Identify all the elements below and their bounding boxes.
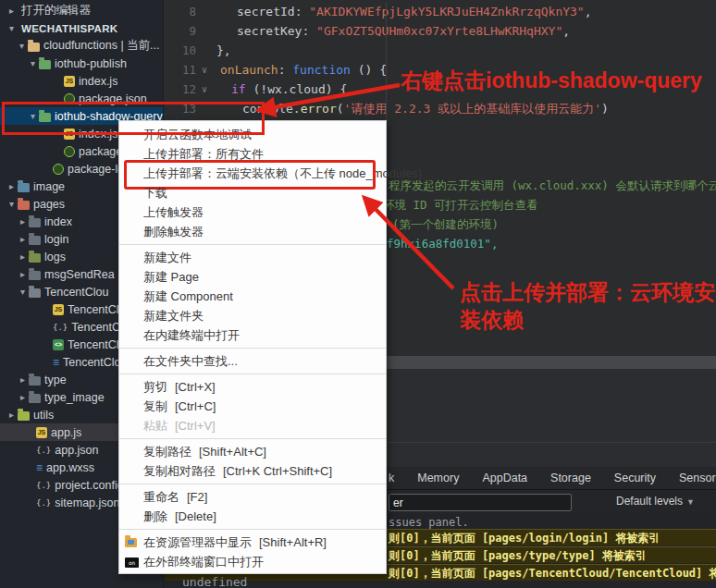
menu-item-5-0[interactable]: 重命名[F2]	[119, 487, 386, 507]
code-line: 10},	[163, 41, 716, 60]
fold-chevron-icon[interactable]: ∨	[196, 84, 213, 94]
annotation-right-click: 右键点击iothub-shadow-query	[401, 67, 702, 95]
menu-item-shortcut: [Shift+Alt+R]	[259, 535, 327, 549]
menu-separator	[119, 529, 386, 530]
tree-item-label: type	[44, 374, 67, 386]
code-text: onLaunch: function () {	[213, 63, 387, 77]
menu-item-1-1[interactable]: 新建 Page	[119, 267, 386, 287]
chevron-right-icon: ▸	[6, 181, 18, 191]
menu-item-shortcut: [F2]	[187, 490, 207, 504]
console-filter-input[interactable]	[389, 494, 572, 511]
folder-icon	[29, 271, 41, 280]
js-file-icon: JS	[36, 427, 47, 438]
menu-item-0-2[interactable]: 上传并部署：云端安装依赖（不上传 node_modules)	[119, 164, 386, 183]
console-levels-dropdown[interactable]: Default levels▼	[616, 495, 695, 508]
tree-item-label: app.wxss	[46, 461, 94, 474]
code-token: secretId	[237, 5, 295, 18]
tree-item-label: sitemap.json	[55, 496, 119, 509]
folder-open-icon	[28, 43, 40, 52]
code-text: },	[213, 43, 231, 57]
tree-item-3[interactable]: ▾iothub-publish	[0, 55, 163, 72]
tree-item-label: pages	[33, 198, 65, 211]
chevron-down-icon: ▾	[6, 23, 18, 33]
menu-item-6-1[interactable]: on在外部终端窗口中打开	[119, 552, 386, 571]
console-tab-security[interactable]: Security	[614, 472, 656, 484]
tree-item-label: utils	[33, 409, 54, 422]
tree-item-0[interactable]: ▸打开的编辑器	[0, 2, 163, 19]
tree-item-label: type_image	[44, 391, 105, 404]
tree-item-1[interactable]: ▾WECHATHISPARK	[0, 19, 163, 37]
menu-item-5-1[interactable]: 删除[Delete]	[119, 507, 386, 526]
chevron-right-icon: ▸	[17, 392, 29, 402]
folder-logs-icon	[29, 253, 41, 263]
menu-item-6-0[interactable]: 在资源管理器中显示[Shift+Alt+R]	[119, 533, 386, 552]
menu-item-3-1[interactable]: 复制[Ctrl+C]	[119, 397, 386, 416]
menu-item-1-2[interactable]: 新建 Component	[119, 287, 386, 306]
menu-item-1-3[interactable]: 新建文件夹	[119, 306, 386, 325]
tree-item-label: TencentClou	[44, 286, 109, 299]
code-token: '请使用 2.2.3 或以上的基础库以使用云能力'	[344, 102, 601, 116]
menu-item-3-0[interactable]: 剪切[Ctrl+X]	[119, 377, 386, 397]
menu-item-label: 在资源管理器中显示	[143, 535, 252, 549]
console-info-line: ssues panel.	[389, 516, 469, 529]
menu-item-0-4[interactable]: 上传触发器	[119, 202, 386, 222]
tree-item-label: 打开的编辑器	[21, 3, 91, 18]
menu-item-0-3[interactable]: 下载	[119, 183, 386, 202]
chevron-right-icon: ▸	[17, 251, 29, 262]
menu-item-label: 复制路径	[143, 445, 191, 459]
code-token: ,	[585, 5, 592, 18]
folder-icon	[29, 218, 41, 227]
tree-item-label: index.js	[79, 75, 117, 88]
console-tab-memory[interactable]: Memory	[417, 472, 459, 484]
console-tab-appdata[interactable]: AppData	[482, 472, 527, 484]
folder-pages-icon	[18, 201, 30, 210]
code-token: :	[302, 24, 316, 38]
line-number: 11	[163, 63, 196, 77]
json-file-icon: {.}	[36, 481, 51, 490]
terminal-icon: on	[125, 557, 139, 568]
context-menu: 开启云函数本地调试上传并部署：所有文件上传并部署：云端安装依赖（不上传 node…	[118, 120, 387, 574]
console-tab-storage[interactable]: Storage	[550, 472, 591, 484]
menu-item-label: 新建 Component	[143, 289, 233, 303]
fold-chevron-icon[interactable]: ∨	[196, 65, 213, 75]
menu-separator	[119, 244, 386, 245]
chevron-down-icon: ▾	[17, 287, 29, 297]
folder-icon	[29, 236, 41, 245]
menu-item-0-5[interactable]: 删除触发器	[119, 222, 386, 241]
code-text: console.error('请使用 2.2.3 或以上的基础库以使用云能力')	[213, 101, 609, 117]
folder-open-icon	[29, 288, 41, 298]
menu-item-label: 重命名	[143, 490, 179, 504]
tree-item-2[interactable]: ▾cloudfunctions | 当前...	[0, 37, 163, 55]
menu-item-shortcut: [Delete]	[175, 509, 216, 523]
menu-item-label: 复制相对路径	[143, 464, 216, 478]
console-tab-bar: kMemoryAppDataStorageSecuritySensorMock	[387, 467, 716, 490]
menu-item-0-1[interactable]: 上传并部署：所有文件	[119, 144, 386, 164]
menu-item-shortcut: [Ctrl+C]	[175, 399, 216, 413]
highlight-box-shadow-query	[2, 102, 265, 135]
menu-separator	[119, 348, 386, 349]
menu-item-2-0[interactable]: 在文件夹中查找...	[119, 351, 386, 371]
chevron-right-icon: ▸	[6, 6, 18, 16]
js-file-icon: JS	[64, 76, 75, 87]
chevron-right-icon: ▸	[17, 269, 29, 279]
menu-item-1-0[interactable]: 新建文件	[119, 248, 386, 267]
chevron-down-icon: ▼	[686, 497, 695, 507]
menu-item-4-1[interactable]: 复制相对路径[Ctrl+K Ctrl+Shift+C]	[119, 461, 386, 481]
wechat-devtools-window: 8secretId: "AKIDKYWEfpjLgkY5LKRJuEH4ZnkR…	[0, 0, 716, 588]
folder-cloudfn-icon	[39, 60, 51, 69]
menu-item-label: 在文件夹中查找...	[143, 354, 238, 368]
tree-item-4[interactable]: JSindex.js	[0, 72, 163, 90]
menu-item-1-4[interactable]: 在内建终端中打开	[119, 325, 386, 345]
menu-item-label: 剪切	[143, 380, 167, 394]
chevron-right-icon: ▸	[17, 374, 29, 385]
menu-item-label: 上传并部署：所有文件	[143, 147, 264, 161]
code-token: (!wx.cloud) {	[246, 82, 348, 96]
console-tab-k[interactable]: k	[389, 472, 394, 484]
wxml-file-icon: <>	[53, 339, 64, 350]
console-tab-sensor[interactable]: Sensor	[679, 472, 716, 484]
console-undefined-output: undefined	[182, 575, 247, 588]
menu-item-4-0[interactable]: 复制路径[Shift+Alt+C]	[119, 442, 386, 461]
tree-item-label: cloudfunctions | 当前...	[43, 38, 160, 54]
code-token: (	[337, 102, 344, 116]
line-number: 9	[163, 24, 196, 38]
